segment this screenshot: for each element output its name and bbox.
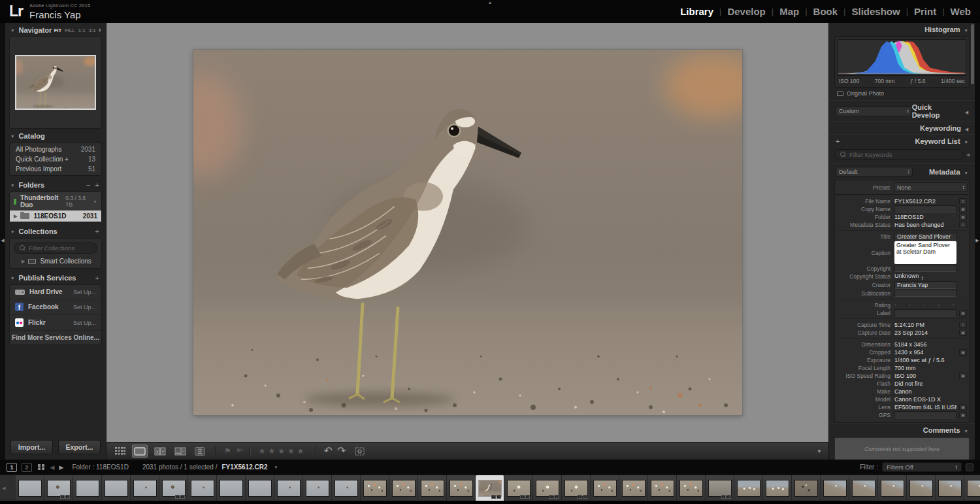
- nav-zoom-fit[interactable]: FIT: [54, 27, 61, 33]
- metadata-action-icon[interactable]: ▣: [959, 206, 967, 212]
- collections-header[interactable]: Collections +: [5, 224, 106, 237]
- filmstrip-scroll-left-icon[interactable]: ◀: [2, 486, 5, 491]
- keyword-filter-collapse-icon[interactable]: ◀: [966, 152, 970, 158]
- keyword-badge-icon[interactable]: ≡: [578, 495, 582, 499]
- survey-view-icon[interactable]: [172, 445, 188, 458]
- filmstrip-thumbnail[interactable]: ≡◇: [159, 475, 188, 501]
- publish-service-setup[interactable]: Set Up...: [73, 304, 96, 311]
- catalog-header[interactable]: Catalog: [5, 129, 106, 142]
- publish-service-setup[interactable]: Set Up...: [73, 320, 96, 326]
- filmstrip-scroll-right-icon[interactable]: ▶: [975, 486, 978, 491]
- catalog-item-quick-collection[interactable]: Quick Collection +13: [10, 154, 101, 164]
- forward-arrow-icon[interactable]: ▶: [59, 464, 63, 471]
- filmstrip-thumbnail[interactable]: ≡◇: [562, 475, 591, 501]
- right-panel-edge[interactable]: ▶: [975, 23, 980, 460]
- filmstrip-thumbnail[interactable]: ≡◇: [533, 475, 562, 501]
- right-panel-scrollbar[interactable]: [971, 24, 974, 84]
- filmstrip-thumbnail[interactable]: ≡◇: [706, 475, 734, 501]
- metadata-action-icon[interactable]: ▣: [959, 310, 967, 316]
- catalog-item-all-photographs[interactable]: All Photographs2031: [10, 144, 101, 154]
- publish-services-plus-icon[interactable]: +: [95, 274, 101, 282]
- metadata-action-icon[interactable]: ▣: [959, 214, 967, 220]
- filmstrip-thumbnail[interactable]: [188, 475, 217, 501]
- star-icon[interactable]: ★: [259, 446, 269, 456]
- filmstrip-source[interactable]: Folder : 118EOS1D: [72, 463, 129, 471]
- metadata-action-icon[interactable]: ≡: [959, 198, 967, 205]
- crop-badge-icon[interactable]: ◇: [65, 495, 70, 499]
- filmstrip-thumbnail[interactable]: [73, 475, 102, 501]
- folder-row-118eos1d[interactable]: ▶ 118EOS1D 2031: [10, 210, 101, 222]
- crop-badge-icon[interactable]: ◇: [180, 495, 185, 499]
- navigator-preview[interactable]: [9, 36, 102, 129]
- import-button[interactable]: Import...: [10, 440, 53, 454]
- saved-preset-dropdown[interactable]: Custom ▴▾: [836, 107, 912, 116]
- metadata-value[interactable]: Unknown▴▾: [894, 273, 956, 280]
- folder-disclosure-icon[interactable]: ▶: [14, 214, 17, 219]
- keyword-badge-icon[interactable]: ≡: [60, 495, 65, 499]
- star-icon[interactable]: ★: [269, 446, 278, 456]
- quick-develop-header[interactable]: Custom ▴▾ Quick Develop: [829, 100, 975, 121]
- keyword-badge-icon[interactable]: ≡: [520, 495, 525, 499]
- filmstrip-thumbnail[interactable]: [274, 475, 303, 501]
- star-icon[interactable]: ★: [287, 446, 297, 456]
- painter-tool-icon[interactable]: [353, 445, 367, 458]
- histogram-plot[interactable]: [838, 39, 966, 76]
- filmstrip-thumbnail[interactable]: [16, 475, 44, 501]
- filmstrip-thumbnail[interactable]: [648, 475, 677, 501]
- smart-collections-row[interactable]: ▶ Smart Collections: [10, 256, 101, 267]
- crop-badge-icon[interactable]: ◇: [727, 495, 731, 499]
- filename-dropdown-icon[interactable]: ▼: [274, 465, 278, 469]
- keyword-badge-icon[interactable]: ≡: [549, 495, 553, 499]
- reject-flag-icon[interactable]: ⚑✕: [236, 447, 242, 455]
- filmstrip-thumbnail[interactable]: [849, 475, 878, 501]
- top-panel-collapse-icon[interactable]: ▲: [488, 0, 493, 5]
- keywording-header[interactable]: Keywording: [829, 121, 975, 134]
- toolbar-options-chevron-icon[interactable]: ▼: [817, 448, 822, 454]
- pick-flag-icon[interactable]: ⚑: [224, 447, 231, 455]
- keyword-badge-icon[interactable]: ≡: [721, 495, 726, 499]
- filmstrip-thumbnail[interactable]: [821, 475, 849, 501]
- filmstrip-thumbnail-selected[interactable]: ≡◇: [476, 475, 504, 501]
- rotate-left-icon[interactable]: ↶: [324, 446, 333, 456]
- nav-zoom-fill[interactable]: FILL: [65, 27, 75, 33]
- keyword-badge-icon[interactable]: ≡: [491, 495, 496, 499]
- publish-service-facebook[interactable]: fFacebookSet Up...: [10, 299, 101, 315]
- crop-badge-icon[interactable]: ◇: [554, 495, 559, 499]
- filmstrip-thumbnail[interactable]: [677, 475, 706, 501]
- compare-view-icon[interactable]: XY: [152, 445, 168, 458]
- collections-plus-icon[interactable]: +: [95, 227, 101, 235]
- filmstrip-filename[interactable]: FY1X5612.CR2: [221, 463, 267, 471]
- metadata-value[interactable]: · · · · ·: [894, 301, 956, 309]
- metadata-action-icon[interactable]: ≡: [959, 222, 967, 228]
- filmstrip-thumbnail[interactable]: [734, 475, 763, 501]
- left-panel-edge[interactable]: ◀: [0, 23, 5, 460]
- metadata-value[interactable]: Francis Yap: [894, 281, 956, 289]
- metadata-value[interactable]: [894, 411, 956, 418]
- people-view-icon[interactable]: [193, 445, 207, 458]
- metadata-action-icon[interactable]: ▣: [959, 349, 967, 356]
- metadata-value[interactable]: [894, 290, 956, 297]
- folders-minus-plus-icons[interactable]: − +: [86, 181, 101, 189]
- star-icon[interactable]: ★: [297, 446, 307, 456]
- filmstrip-thumbnail[interactable]: [907, 475, 936, 501]
- keyword-badge-icon[interactable]: ≡: [175, 495, 180, 499]
- filmstrip-thumbnail[interactable]: [102, 475, 131, 501]
- metadata-value[interactable]: [894, 205, 956, 212]
- rating-stars[interactable]: ★★★★★: [259, 447, 307, 455]
- nav-zoom-3-1[interactable]: 3:1: [89, 27, 96, 33]
- main-window-button[interactable]: 1: [7, 463, 17, 472]
- publish-services-header[interactable]: Publish Services +: [5, 271, 106, 284]
- filmstrip-thumbnail[interactable]: [131, 475, 159, 501]
- histogram-header[interactable]: Histogram: [829, 23, 975, 35]
- filmstrip-thumbnail[interactable]: [418, 475, 447, 501]
- module-tab-web[interactable]: Web: [951, 6, 971, 17]
- metadata-value[interactable]: Greater Sand Plover at Seletar Dam: [894, 241, 956, 264]
- metadata-view-dropdown[interactable]: Default ▴▾: [836, 167, 913, 176]
- back-arrow-icon[interactable]: ◀: [50, 464, 55, 471]
- metadata-preset-dropdown[interactable]: None ▴▾: [894, 182, 968, 192]
- folders-header[interactable]: Folders − +: [5, 178, 106, 191]
- module-tab-map[interactable]: Map: [779, 6, 799, 17]
- module-tab-slideshow[interactable]: Slideshow: [851, 6, 900, 17]
- star-icon[interactable]: ★: [278, 446, 287, 456]
- crop-badge-icon[interactable]: ◇: [583, 495, 587, 499]
